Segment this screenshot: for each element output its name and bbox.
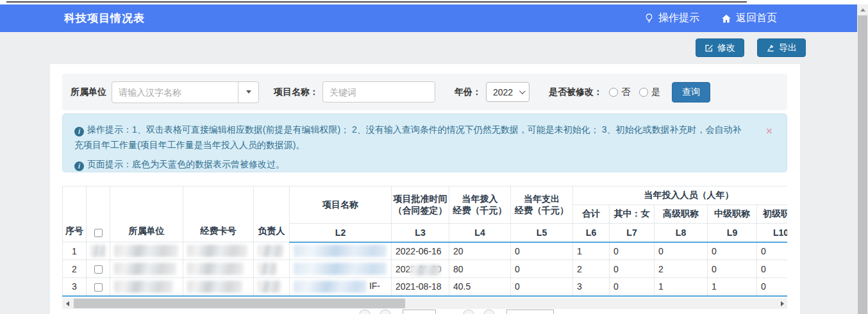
cell-project-name[interactable]: IF- [290, 278, 392, 296]
cell-unit[interactable] [110, 242, 183, 260]
cell-select[interactable] [87, 278, 110, 296]
year-select[interactable]: 2022 [486, 82, 530, 102]
table-row: 3 IF-2021-08-1840.5030110 [63, 278, 788, 296]
header-link-tips[interactable]: 操作提示 [644, 12, 699, 25]
scroll-right-arrow-icon[interactable] [777, 298, 787, 309]
header-link-home[interactable]: 返回首页 [721, 12, 777, 25]
cell-fund-out[interactable]: 0 [511, 278, 573, 296]
cell-staff-0[interactable]: 3 [573, 278, 610, 296]
cell-approve-date[interactable]: 2022-01-30 [392, 260, 449, 278]
cell-leader[interactable] [254, 260, 290, 278]
cell-staff-3[interactable]: 0 [708, 260, 757, 278]
cell-project-name[interactable] [290, 260, 392, 278]
header-links: 操作提示 返回首页 [644, 12, 777, 25]
scroll-left-arrow-icon[interactable] [62, 298, 72, 309]
table-row: 22022-01-3080020200 [63, 260, 788, 278]
redacted-data [258, 245, 283, 257]
cell-staff-2[interactable]: 2 [655, 260, 708, 278]
project-name-input[interactable] [322, 81, 435, 103]
cell-select[interactable] [87, 242, 110, 260]
pagination-first-button[interactable] [359, 310, 371, 314]
cell-staff-1[interactable]: 0 [610, 278, 655, 296]
radio-no-label: 否 [621, 87, 630, 98]
pagination-prev-button[interactable] [380, 310, 391, 314]
redacted-data [114, 263, 176, 275]
projects-table-wrap: 序号 所属单位 经费卡号 负责人 项目名称 项目批准时间（合同签定） 当年拨入经… [62, 186, 787, 298]
cell-card[interactable] [183, 260, 254, 278]
cell-approve-date[interactable]: 2022-06-16 [392, 242, 449, 260]
modified-radio-group: 否 是 [609, 87, 660, 98]
scroll-up-arrow-icon[interactable] [857, 4, 868, 15]
app-header: 科技项目情况表 操作提示 返回首页 [0, 4, 857, 32]
redacted-data [294, 263, 387, 275]
cell-fund-in[interactable]: 80 [449, 260, 511, 278]
edit-icon [705, 44, 714, 53]
cell-project-name[interactable] [290, 242, 392, 260]
page-title: 科技项目情况表 [64, 11, 145, 26]
col-code-L7: L7 [610, 224, 655, 242]
cell-leader[interactable] [254, 278, 290, 296]
col-code-L9: L9 [708, 224, 757, 242]
select-all-checkbox[interactable] [94, 229, 103, 237]
unit-dropdown-button[interactable] [238, 82, 258, 103]
redacted-data [114, 245, 178, 257]
cell-staff-2[interactable]: 0 [655, 242, 708, 260]
cell-card[interactable] [183, 278, 254, 296]
unit-label: 所属单位 [71, 87, 106, 98]
cell-staff-0[interactable]: 2 [573, 260, 610, 278]
pagination-last-button[interactable] [483, 310, 495, 314]
row-checkbox[interactable] [94, 265, 103, 274]
cell-staff-3[interactable]: 0 [708, 242, 757, 260]
col-header-approve-date: 项目批准时间（合同签定） [392, 186, 449, 224]
cell-staff-4[interactable]: 0 [757, 260, 788, 278]
horizontal-scrollbar-thumb[interactable] [74, 299, 405, 308]
edit-button[interactable]: 修改 [696, 38, 744, 57]
close-icon[interactable]: × [766, 126, 772, 136]
cell-unit[interactable] [110, 260, 183, 278]
cell-approve-date[interactable]: 2021-08-18 [392, 278, 449, 296]
cell-select[interactable] [87, 260, 110, 278]
cell-fund-out[interactable]: 0 [511, 242, 573, 260]
cell-staff-1[interactable]: 0 [610, 260, 655, 278]
col-header-select-all [87, 186, 110, 242]
cell-fund-in[interactable]: 40.5 [449, 278, 511, 296]
search-button[interactable]: 查询 [672, 82, 710, 103]
cell-staff-0[interactable]: 1 [573, 242, 610, 260]
cell-seq[interactable]: 1 [63, 242, 87, 260]
radio-modified-yes[interactable]: 是 [639, 87, 660, 98]
row-checkbox[interactable] [94, 283, 103, 292]
redacted-data [294, 245, 387, 257]
vertical-scrollbar[interactable] [857, 4, 868, 314]
col-code-L8: L8 [655, 224, 708, 242]
cell-unit[interactable] [110, 278, 183, 296]
cell-staff-4[interactable]: 0 [757, 242, 788, 260]
vertical-scrollbar-thumb[interactable] [858, 15, 867, 314]
page: 科技项目情况表 操作提示 返回首页 修改 [0, 0, 868, 314]
cell-staff-1[interactable]: 0 [610, 242, 655, 260]
unit-input[interactable] [112, 82, 238, 103]
export-button[interactable]: 导出 [757, 38, 806, 57]
cell-seq[interactable]: 3 [63, 278, 87, 296]
cell-staff-3[interactable]: 1 [708, 278, 757, 296]
pagination-size-select[interactable] [506, 310, 554, 314]
col-header-seq: 序号 [63, 186, 87, 242]
table-row: 12022-06-1620010000 [63, 242, 788, 260]
cell-card[interactable] [183, 242, 254, 260]
cell-staff-2[interactable]: 1 [655, 278, 708, 296]
horizontal-scrollbar[interactable] [62, 298, 787, 309]
cell-leader[interactable] [254, 242, 290, 260]
cell-seq[interactable]: 2 [63, 260, 87, 278]
col-header-leader: 负责人 [254, 186, 290, 242]
col-code-L3: L3 [392, 224, 449, 242]
col-header-staff-0: 合计 [573, 205, 610, 224]
cell-fund-in[interactable]: 20 [449, 242, 511, 260]
pagination-partial [359, 310, 615, 314]
pagination-next-button[interactable] [463, 310, 474, 314]
cell-fund-out[interactable]: 0 [511, 260, 573, 278]
radio-modified-no[interactable]: 否 [609, 87, 630, 98]
pagination-page-input[interactable] [403, 310, 436, 314]
redacted-data [187, 245, 247, 257]
cell-staff-4[interactable]: 0 [757, 278, 788, 296]
modified-label: 是否被修改： [549, 87, 603, 98]
col-header-staff-4: 初级职称 [757, 205, 788, 224]
